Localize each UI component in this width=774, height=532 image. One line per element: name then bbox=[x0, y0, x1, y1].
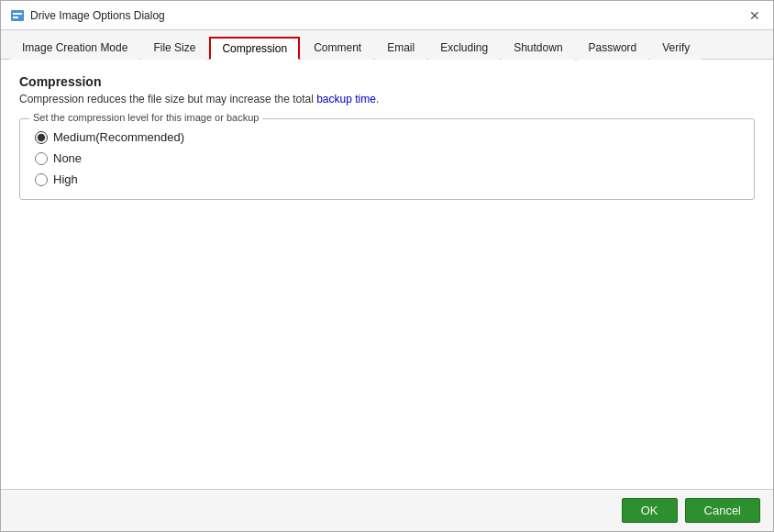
tab-email[interactable]: Email bbox=[375, 37, 426, 60]
option-none[interactable]: None bbox=[35, 151, 739, 165]
cancel-button[interactable]: Cancel bbox=[685, 498, 760, 523]
group-legend: Set the compression level for this image… bbox=[29, 112, 262, 123]
tab-verify[interactable]: Verify bbox=[650, 37, 702, 60]
desc-highlight: backup time bbox=[316, 93, 376, 105]
option-medium[interactable]: Medium(Recommended) bbox=[35, 130, 739, 144]
radio-none[interactable] bbox=[35, 152, 48, 165]
tab-compression[interactable]: Compression bbox=[209, 37, 300, 60]
close-button[interactable]: ✕ bbox=[746, 9, 764, 22]
title-bar: Drive Image Options Dialog ✕ bbox=[1, 1, 773, 30]
svg-rect-0 bbox=[11, 10, 24, 21]
tab-comment[interactable]: Comment bbox=[302, 37, 373, 60]
footer: OK Cancel bbox=[1, 489, 773, 531]
tabs-bar: Image Creation Mode File Size Compressio… bbox=[1, 30, 773, 60]
tab-image-creation-mode[interactable]: Image Creation Mode bbox=[10, 37, 139, 60]
tab-password[interactable]: Password bbox=[577, 37, 649, 60]
dialog-title: Drive Image Options Dialog bbox=[30, 9, 165, 22]
svg-rect-1 bbox=[13, 13, 22, 15]
tab-shutdown[interactable]: Shutdown bbox=[502, 37, 574, 60]
tab-excluding[interactable]: Excluding bbox=[428, 37, 500, 60]
radio-high[interactable] bbox=[35, 173, 48, 186]
tab-content: Compression Compression reduces the file… bbox=[1, 60, 773, 489]
section-description: Compression reduces the file size but ma… bbox=[19, 93, 755, 105]
option-medium-label: Medium(Recommended) bbox=[53, 130, 184, 144]
radio-medium[interactable] bbox=[35, 131, 48, 144]
desc-text-before: Compression reduces the file size but ma… bbox=[19, 93, 316, 105]
desc-text-after: . bbox=[376, 93, 379, 105]
dialog: Drive Image Options Dialog ✕ Image Creat… bbox=[0, 0, 774, 532]
section-title: Compression bbox=[19, 74, 755, 89]
title-bar-left: Drive Image Options Dialog bbox=[10, 8, 165, 23]
option-high-label: High bbox=[53, 172, 78, 186]
tab-file-size[interactable]: File Size bbox=[141, 37, 207, 60]
app-icon bbox=[10, 8, 25, 23]
svg-rect-2 bbox=[13, 17, 18, 18]
compression-group: Set the compression level for this image… bbox=[19, 118, 755, 200]
ok-button[interactable]: OK bbox=[622, 498, 678, 523]
option-none-label: None bbox=[53, 151, 82, 165]
option-high[interactable]: High bbox=[35, 172, 739, 186]
